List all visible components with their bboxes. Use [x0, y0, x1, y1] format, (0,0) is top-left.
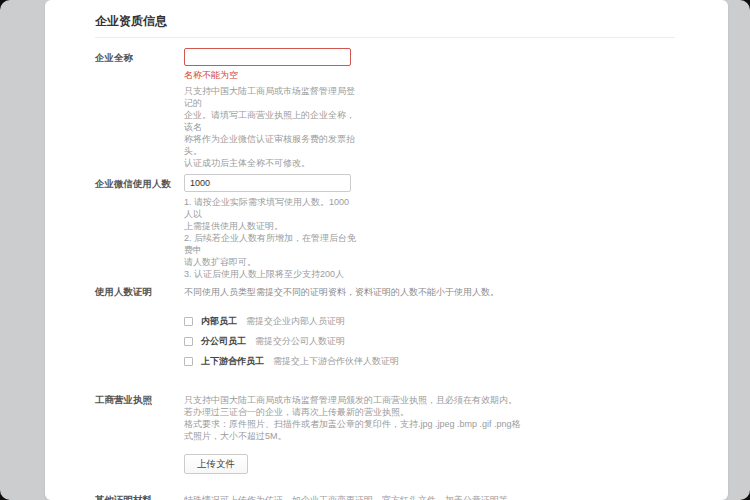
row-business-license: 工商营业执照 只支持中国大陆工商局或市场监督管理局颁发的工商营业执照，且必须在有…	[95, 394, 675, 474]
user-count-label: 企业微信使用人数	[95, 174, 184, 190]
row-company-name: 企业全称 名称不能为空 只支持中国大陆工商局或市场监督管理局登记的 企业。请填写…	[95, 48, 675, 169]
user-count-input[interactable]	[184, 174, 351, 192]
row-user-count-proof: 使用人数证明 不同使用人员类型需提交不同的证明资料，资料证明的人数不能小于使用人…	[95, 286, 675, 376]
company-name-input[interactable]	[184, 48, 351, 66]
internal-staff-name: 内部员工	[201, 316, 237, 326]
other-materials-help: 特殊情况可上传作为佐证，如企业工商变更证明、官方红头文件、加盖公章证明等。 最多…	[184, 494, 664, 500]
other-materials-label: 其他证明材料 (选填)	[95, 494, 184, 500]
branch-staff-name: 分公司员工	[201, 336, 246, 346]
partner-staff-checkbox[interactable]	[184, 357, 193, 366]
user-count-proof-label: 使用人数证明	[95, 286, 184, 298]
company-name-error: 名称不能为空	[184, 69, 675, 81]
business-license-label: 工商营业执照	[95, 394, 184, 406]
qualification-form-card: 企业资质信息 企业全称 名称不能为空 只支持中国大陆工商局或市场监督管理局登记的…	[45, 0, 728, 500]
internal-staff-checkbox[interactable]	[184, 317, 193, 326]
user-count-help: 1. 请按企业实际需求填写使用人数。1000人以 上需提供使用人数证明。 2. …	[184, 196, 356, 280]
option-partner-staff[interactable]: 上下游合作员工 需提交上下游合作伙伴人数证明	[184, 356, 675, 366]
company-name-label: 企业全称	[95, 48, 184, 64]
internal-staff-desc: 需提交企业内部人员证明	[246, 316, 345, 326]
business-license-upload-button[interactable]: 上传文件	[184, 454, 248, 474]
business-license-help: 只支持中国大陆工商局或市场监督管理局颁发的工商营业执照，且必须在有效期内。 若办…	[184, 394, 524, 442]
row-other-materials: 其他证明材料 (选填) 特殊情况可上传作为佐证，如企业工商变更证明、官方红头文件…	[95, 494, 675, 500]
branch-staff-desc: 需提交分公司人数证明	[255, 336, 345, 346]
company-name-help: 只支持中国大陆工商局或市场监督管理局登记的 企业。请填写工商营业执照上的企业全称…	[184, 85, 356, 169]
option-branch-staff[interactable]: 分公司员工 需提交分公司人数证明	[184, 336, 675, 346]
page-title: 企业资质信息	[95, 15, 675, 28]
other-materials-label-text: 其他证明材料	[95, 494, 152, 500]
branch-staff-checkbox[interactable]	[184, 337, 193, 346]
user-count-proof-intro: 不同使用人员类型需提交不同的证明资料，资料证明的人数不能小于使用人数。	[184, 286, 675, 298]
screen-background: 企业资质信息 企业全称 名称不能为空 只支持中国大陆工商局或市场监督管理局登记的…	[0, 0, 750, 500]
partner-staff-name: 上下游合作员工	[201, 356, 264, 366]
title-divider	[95, 37, 675, 38]
option-internal-staff[interactable]: 内部员工 需提交企业内部人员证明	[184, 316, 675, 326]
row-user-count: 企业微信使用人数 1. 请按企业实际需求填写使用人数。1000人以 上需提供使用…	[95, 174, 675, 280]
partner-staff-desc: 需提交上下游合作伙伴人数证明	[273, 356, 399, 366]
